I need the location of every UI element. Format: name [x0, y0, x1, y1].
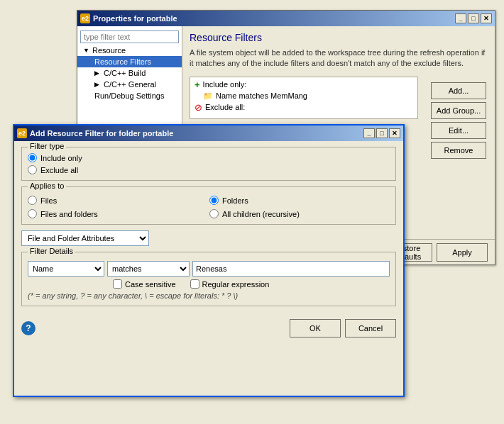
include-only-radio[interactable] — [28, 153, 37, 162]
all-children-radio[interactable] — [209, 209, 219, 218]
filter-input[interactable] — [80, 30, 179, 43]
files-and-folders-radio[interactable] — [28, 209, 37, 218]
exclude-icon: ⊘ — [195, 102, 202, 113]
folder-icon: 📁 — [203, 91, 213, 101]
filter-details-group: Filter Details Name matches Case sensiti… — [21, 252, 396, 306]
exclude-all-radio[interactable] — [28, 165, 37, 174]
dialog-window-icon: e2 — [17, 128, 27, 138]
content-description: A file system object will be added to th… — [190, 48, 488, 69]
regular-expression-checkbox[interactable] — [190, 279, 199, 289]
sidebar-item-run-debug[interactable]: Run/Debug Settings — [77, 90, 182, 101]
minimize-button[interactable]: _ — [455, 13, 466, 23]
properties-window-icon: e2 — [80, 13, 90, 23]
include-only-item: + Include only: — [192, 79, 416, 91]
all-children-label: All children (recursive) — [222, 210, 300, 218]
dialog-maximize-button[interactable]: □ — [376, 128, 388, 138]
exclude-all-radio-row: Exclude all — [28, 165, 390, 174]
dialog-body: Filter type Include only Exclude all App… — [14, 141, 403, 316]
expander-cpp-build: ▶ — [94, 69, 102, 77]
cpp-general-label: C/C++ General — [104, 80, 156, 89]
exclude-all-radio-label: Exclude all — [40, 166, 78, 174]
include-only-radio-row: Include only — [28, 153, 390, 162]
add-group-button[interactable]: Add Group... — [431, 102, 486, 119]
hint-text: (* = any string, ? = any character, \ = … — [28, 291, 390, 300]
all-children-radio-row: All children (recursive) — [209, 209, 390, 218]
include-icon: + — [195, 79, 200, 90]
filter-type-label: Filter type — [28, 142, 66, 150]
cancel-button[interactable]: Cancel — [345, 319, 396, 337]
add-button[interactable]: Add... — [431, 82, 486, 99]
dialog-footer: ? OK Cancel — [14, 316, 403, 340]
maximize-button[interactable]: □ — [468, 13, 479, 23]
add-resource-filter-dialog: e2 Add Resource Filter for folder portab… — [13, 124, 405, 397]
expander-cpp-general: ▶ — [94, 81, 102, 88]
regular-expression-label: Regular expression — [202, 280, 270, 289]
cpp-build-label: C/C++ Build — [104, 69, 146, 77]
filter-type-group: Filter type Include only Exclude all — [21, 147, 396, 181]
folders-label: Folders — [222, 196, 248, 205]
value-field[interactable] — [192, 261, 390, 277]
files-label: Files — [40, 196, 57, 205]
ok-button[interactable]: OK — [290, 319, 341, 337]
attribute-dropdown[interactable]: File and Folder Attributes — [21, 230, 149, 246]
edit-button[interactable]: Edit... — [431, 122, 486, 139]
files-and-folders-radio-row: Files and folders — [28, 209, 208, 218]
resource-label: Resource — [92, 46, 126, 55]
name-matches-item[interactable]: 📁 Name matches MemMang — [192, 91, 416, 101]
expander-resource: ▼ — [83, 47, 90, 54]
folders-radio[interactable] — [209, 196, 219, 205]
filter-details-label: Filter Details — [28, 247, 75, 255]
applies-to-grid: Files Folders Files and folders All chil… — [28, 193, 390, 218]
matches-dropdown[interactable]: matches — [107, 261, 190, 277]
exclude-label: Exclude all: — [205, 103, 245, 111]
sidebar-item-resource[interactable]: ▼ Resource — [77, 45, 182, 56]
case-sensitive-checkbox[interactable] — [113, 279, 122, 289]
help-button[interactable]: ? — [21, 321, 35, 335]
dialog-titlebar-controls[interactable]: _ □ ✕ — [363, 128, 400, 138]
titlebar-controls[interactable]: _ □ ✕ — [455, 13, 492, 23]
case-sensitive-row: Case sensitive Regular expression — [28, 279, 390, 289]
files-radio[interactable] — [28, 196, 37, 205]
attribute-dropdown-row: File and Folder Attributes — [21, 230, 396, 246]
resource-filters-label: Resource Filters — [94, 57, 151, 66]
dialog-minimize-button[interactable]: _ — [363, 128, 375, 138]
apply-button[interactable]: Apply — [437, 243, 488, 262]
properties-window-title: Properties for portable — [93, 14, 177, 23]
remove-button[interactable]: Remove — [431, 142, 486, 159]
dialog-title: Add Resource Filter for folder portable — [30, 129, 173, 138]
include-only-radio-label: Include only — [40, 154, 82, 162]
sidebar-item-resource-filters[interactable]: Resource Filters — [77, 56, 182, 67]
run-debug-label: Run/Debug Settings — [94, 91, 164, 100]
properties-titlebar: e2 Properties for portable _ □ ✕ — [77, 11, 495, 26]
dialog-titlebar-left: e2 Add Resource Filter for folder portab… — [17, 128, 173, 138]
case-sensitive-label: Case sensitive — [125, 280, 176, 289]
name-dropdown[interactable]: Name — [28, 261, 104, 277]
files-radio-row: Files — [28, 196, 208, 205]
dialog-close-button[interactable]: ✕ — [389, 128, 400, 138]
include-label: Include only: — [203, 80, 247, 89]
dialog-titlebar: e2 Add Resource Filter for folder portab… — [14, 125, 403, 141]
applies-to-label: Applies to — [28, 182, 66, 190]
content-heading: Resource Filters — [190, 32, 488, 43]
sidebar-item-cpp-build[interactable]: ▶ C/C++ Build — [77, 67, 182, 79]
footer-buttons: OK Cancel — [290, 319, 396, 337]
name-matches-label: Name matches MemMang — [216, 91, 307, 100]
filter-buttons: Add... Add Group... Edit... Remove — [424, 77, 488, 164]
filter-list: + Include only: 📁 Name matches MemMang ⊘… — [190, 77, 418, 119]
sidebar-item-cpp-general[interactable]: ▶ C/C++ General — [77, 79, 182, 90]
filter-criteria-row: Name matches — [28, 261, 390, 277]
folders-radio-row: Folders — [209, 196, 390, 205]
files-and-folders-label: Files and folders — [40, 210, 98, 218]
titlebar-left: e2 Properties for portable — [80, 13, 177, 23]
applies-to-group: Applies to Files Folders Files and folde… — [21, 186, 396, 225]
close-button[interactable]: ✕ — [481, 13, 492, 23]
exclude-all-item: ⊘ Exclude all: — [192, 101, 416, 113]
